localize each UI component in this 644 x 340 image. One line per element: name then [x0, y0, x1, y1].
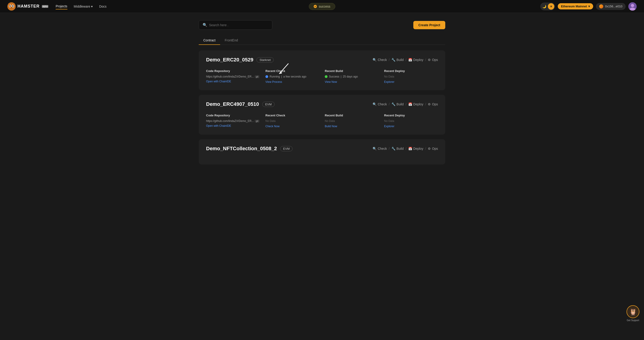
ops-action-icon-3: ⚙: [428, 147, 431, 150]
deploy-action-icon: 📅: [408, 58, 412, 62]
network-selector[interactable]: Ethereum Mainnet ▾: [558, 3, 593, 10]
recent-build-erc20: Recent Build Success | 25 days ago View …: [325, 69, 378, 84]
network-chevron-icon: ▾: [588, 4, 590, 8]
create-project-button[interactable]: Create Project: [413, 21, 445, 29]
project-title-area-nft: Demo_NFTCollection_0508_2 EVM: [206, 146, 292, 152]
theme-toggle[interactable]: 🌙 ☀: [540, 2, 555, 10]
repo-url-erc4907: https://github.com/lindaZX/Demo_ER... gi…: [206, 120, 260, 122]
search-action-icon-2: 🔍: [372, 102, 376, 106]
project-title-area: Demo_ERC20_0529 Starknet: [206, 57, 274, 63]
project-header-erc4907: Demo_ERC4907_0510 EVM 🔍 Check / 🔧 Build …: [206, 101, 438, 107]
check-now-link-erc4907[interactable]: Check Now: [266, 125, 280, 128]
project-header-erc20: Demo_ERC20_0529 Starknet 🔍 Check / 🔧 Bui…: [206, 57, 438, 63]
success-badge: success: [309, 3, 335, 10]
build-action-icon-2: 🔧: [392, 102, 395, 106]
project-card-nft: Demo_NFTCollection_0508_2 EVM 🔍 Check / …: [199, 139, 445, 164]
chain-badge-nft: EVM: [280, 146, 292, 151]
success-dot-icon: [314, 5, 317, 8]
project-name-nft: Demo_NFTCollection_0508_2: [206, 146, 277, 152]
build-action-erc20[interactable]: 🔧 Build: [392, 58, 404, 62]
logo-alpha-badge: alpha: [42, 5, 48, 8]
open-chainide-link-erc20[interactable]: Open with ChainIDE: [206, 80, 231, 83]
avatar[interactable]: [628, 2, 637, 10]
repo-url-erc20: https://github.com/lindaZX/Demo_ER... gi…: [206, 75, 260, 78]
svg-point-13: [631, 4, 634, 7]
open-chainide-link-erc4907[interactable]: Open with ChainIDE: [206, 124, 231, 128]
build-status-erc20: Success | 25 days ago: [325, 75, 378, 78]
build-action-icon: 🔧: [392, 58, 395, 62]
svg-point-4: [12, 5, 14, 7]
nav-right: 🌙 ☀ Ethereum Mainnet ▾ 0x156...e010: [540, 2, 637, 10]
support-widget[interactable]: 🦉 Get Support: [626, 305, 640, 322]
deploy-action-erc20[interactable]: 📅 Deploy: [408, 58, 424, 62]
build-action-nft[interactable]: 🔧 Build: [392, 147, 404, 150]
project-card-erc20: Demo_ERC20_0529 Starknet 🔍 Check / 🔧 Bui…: [199, 50, 445, 90]
success-status-icon: [325, 75, 328, 78]
check-action-erc20[interactable]: 🔍 Check: [372, 58, 387, 62]
deploy-action-nft[interactable]: 📅 Deploy: [408, 147, 424, 150]
build-now-link-erc4907[interactable]: Build Now: [325, 125, 337, 128]
project-actions-erc20: 🔍 Check / 🔧 Build / 📅 Deploy / ⚙ Ops: [372, 58, 438, 62]
project-title-area-erc4907: Demo_ERC4907_0510 EVM: [206, 101, 274, 107]
explorer-link-erc4907[interactable]: Explorer: [384, 125, 394, 128]
support-label: Get Support: [627, 319, 639, 322]
check-action-nft[interactable]: 🔍 Check: [372, 147, 387, 150]
svg-point-3: [10, 5, 11, 7]
ops-action-icon: ⚙: [428, 58, 431, 62]
tab-contract[interactable]: Contract: [199, 36, 220, 45]
svg-point-10: [13, 3, 15, 5]
ops-action-icon-2: ⚙: [428, 102, 431, 106]
view-now-link-erc20[interactable]: View Now: [325, 80, 337, 84]
view-process-link-erc20[interactable]: View Process: [266, 80, 282, 84]
logo[interactable]: HAMSTER alpha: [7, 2, 48, 10]
search-action-icon-3: 🔍: [372, 147, 376, 150]
project-card-erc4907: Demo_ERC4907_0510 EVM 🔍 Check / 🔧 Build …: [199, 95, 445, 134]
project-actions-erc4907: 🔍 Check / 🔧 Build / 📅 Deploy / ⚙ Ops: [372, 102, 438, 106]
nav-middleware[interactable]: Middleware ▾: [74, 4, 93, 9]
project-grid-erc4907: Code Repository https://github.com/linda…: [206, 114, 438, 128]
top-bar: 🔍 Create Project: [199, 20, 445, 30]
logo-owl-icon: [7, 2, 16, 10]
recent-deploy-erc20: Recent Deploy No Data Explorer: [384, 69, 438, 84]
svg-point-6: [13, 6, 13, 6]
logo-text: HAMSTER: [18, 4, 40, 9]
chain-badge-erc20: Starknet: [256, 57, 274, 62]
search-icon: 🔍: [203, 23, 207, 27]
search-box[interactable]: 🔍: [199, 20, 272, 30]
svg-point-5: [10, 6, 10, 6]
search-input[interactable]: [209, 23, 268, 27]
project-header-nft: Demo_NFTCollection_0508_2 EVM 🔍 Check / …: [206, 146, 438, 152]
build-action-erc4907[interactable]: 🔧 Build: [392, 102, 404, 106]
recent-deploy-erc4907: Recent Deploy No Data Explorer: [384, 114, 438, 128]
tab-frontend[interactable]: FrontEnd: [220, 36, 243, 45]
running-status-icon: [266, 75, 268, 78]
wallet-address[interactable]: 0x156...e010: [596, 3, 626, 10]
deploy-action-erc4907[interactable]: 📅 Deploy: [408, 102, 424, 106]
nav-docs[interactable]: Docs: [99, 4, 106, 9]
ops-action-erc20[interactable]: ⚙ Ops: [428, 58, 438, 62]
git-badge-erc20: git: [254, 75, 260, 78]
explorer-link-erc20[interactable]: Explorer: [384, 80, 394, 84]
check-action-erc4907[interactable]: 🔍 Check: [372, 102, 387, 106]
project-grid-erc20: Code Repository https://github.com/linda…: [206, 69, 438, 84]
search-action-icon: 🔍: [372, 58, 376, 62]
theme-moon-button[interactable]: 🌙: [541, 3, 548, 10]
recent-check-erc20: Recent Check Running | a few seconds ago…: [266, 69, 319, 84]
main-content: 🔍 Create Project Contract FrontEnd Demo_…: [193, 13, 451, 176]
project-name-erc20: Demo_ERC20_0529: [206, 57, 253, 63]
navbar: HAMSTER alpha Projects Middleware ▾ Docs…: [0, 0, 644, 13]
chain-badge-erc4907: EVM: [262, 102, 274, 107]
chevron-down-icon: ▾: [91, 4, 93, 8]
theme-sun-button[interactable]: ☀: [548, 3, 554, 10]
nav-links: Projects Middleware ▾ Docs: [56, 4, 106, 10]
svg-point-9: [8, 3, 10, 5]
project-name-erc4907: Demo_ERC4907_0510: [206, 101, 259, 107]
tabs: Contract FrontEnd: [199, 36, 445, 45]
build-action-icon-3: 🔧: [392, 147, 395, 150]
ops-action-nft[interactable]: ⚙ Ops: [428, 147, 438, 150]
recent-build-erc4907: Recent Build No Data Build Now: [325, 114, 378, 128]
ops-action-erc4907[interactable]: ⚙ Ops: [428, 102, 438, 106]
nav-projects[interactable]: Projects: [56, 4, 68, 10]
deploy-action-icon-3: 📅: [408, 147, 412, 150]
code-repository-erc20: Code Repository https://github.com/linda…: [206, 69, 260, 84]
